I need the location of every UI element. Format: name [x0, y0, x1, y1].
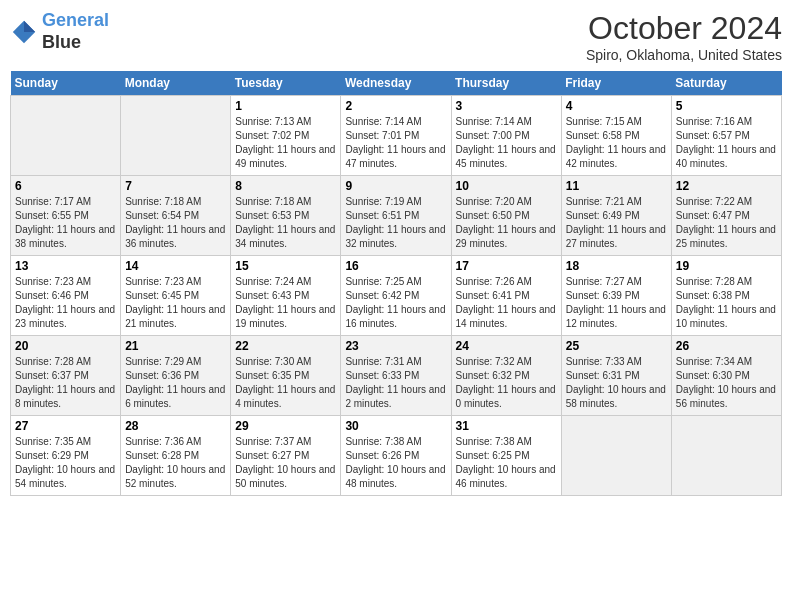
day-number: 6 [15, 179, 116, 193]
cell-info: Sunrise: 7:37 AM Sunset: 6:27 PM Dayligh… [235, 435, 336, 491]
day-number: 27 [15, 419, 116, 433]
weekday-header: Sunday [11, 71, 121, 96]
logo: General Blue [10, 10, 109, 53]
calendar-cell: 19Sunrise: 7:28 AM Sunset: 6:38 PM Dayli… [671, 256, 781, 336]
cell-info: Sunrise: 7:28 AM Sunset: 6:38 PM Dayligh… [676, 275, 777, 331]
cell-info: Sunrise: 7:23 AM Sunset: 6:46 PM Dayligh… [15, 275, 116, 331]
day-number: 12 [676, 179, 777, 193]
day-number: 20 [15, 339, 116, 353]
calendar-cell: 3Sunrise: 7:14 AM Sunset: 7:00 PM Daylig… [451, 96, 561, 176]
calendar-cell: 24Sunrise: 7:32 AM Sunset: 6:32 PM Dayli… [451, 336, 561, 416]
location: Spiro, Oklahoma, United States [586, 47, 782, 63]
weekday-header: Monday [121, 71, 231, 96]
calendar-cell: 21Sunrise: 7:29 AM Sunset: 6:36 PM Dayli… [121, 336, 231, 416]
cell-info: Sunrise: 7:25 AM Sunset: 6:42 PM Dayligh… [345, 275, 446, 331]
cell-info: Sunrise: 7:21 AM Sunset: 6:49 PM Dayligh… [566, 195, 667, 251]
logo-text: General Blue [42, 10, 109, 53]
day-number: 7 [125, 179, 226, 193]
calendar-cell: 18Sunrise: 7:27 AM Sunset: 6:39 PM Dayli… [561, 256, 671, 336]
calendar-week-row: 13Sunrise: 7:23 AM Sunset: 6:46 PM Dayli… [11, 256, 782, 336]
cell-info: Sunrise: 7:13 AM Sunset: 7:02 PM Dayligh… [235, 115, 336, 171]
day-number: 29 [235, 419, 336, 433]
weekday-header: Friday [561, 71, 671, 96]
calendar-cell [561, 416, 671, 496]
cell-info: Sunrise: 7:38 AM Sunset: 6:26 PM Dayligh… [345, 435, 446, 491]
cell-info: Sunrise: 7:20 AM Sunset: 6:50 PM Dayligh… [456, 195, 557, 251]
day-number: 25 [566, 339, 667, 353]
calendar-cell: 23Sunrise: 7:31 AM Sunset: 6:33 PM Dayli… [341, 336, 451, 416]
cell-info: Sunrise: 7:28 AM Sunset: 6:37 PM Dayligh… [15, 355, 116, 411]
day-number: 8 [235, 179, 336, 193]
calendar-cell: 16Sunrise: 7:25 AM Sunset: 6:42 PM Dayli… [341, 256, 451, 336]
cell-info: Sunrise: 7:27 AM Sunset: 6:39 PM Dayligh… [566, 275, 667, 331]
weekday-header: Saturday [671, 71, 781, 96]
calendar-cell: 8Sunrise: 7:18 AM Sunset: 6:53 PM Daylig… [231, 176, 341, 256]
calendar-cell: 31Sunrise: 7:38 AM Sunset: 6:25 PM Dayli… [451, 416, 561, 496]
calendar-cell: 17Sunrise: 7:26 AM Sunset: 6:41 PM Dayli… [451, 256, 561, 336]
day-number: 15 [235, 259, 336, 273]
cell-info: Sunrise: 7:14 AM Sunset: 7:01 PM Dayligh… [345, 115, 446, 171]
calendar-cell: 10Sunrise: 7:20 AM Sunset: 6:50 PM Dayli… [451, 176, 561, 256]
day-number: 23 [345, 339, 446, 353]
cell-info: Sunrise: 7:18 AM Sunset: 6:54 PM Dayligh… [125, 195, 226, 251]
cell-info: Sunrise: 7:36 AM Sunset: 6:28 PM Dayligh… [125, 435, 226, 491]
day-number: 1 [235, 99, 336, 113]
day-number: 18 [566, 259, 667, 273]
day-number: 16 [345, 259, 446, 273]
weekday-header: Thursday [451, 71, 561, 96]
day-number: 17 [456, 259, 557, 273]
day-number: 3 [456, 99, 557, 113]
calendar-cell: 11Sunrise: 7:21 AM Sunset: 6:49 PM Dayli… [561, 176, 671, 256]
day-number: 10 [456, 179, 557, 193]
cell-info: Sunrise: 7:32 AM Sunset: 6:32 PM Dayligh… [456, 355, 557, 411]
calendar-cell: 1Sunrise: 7:13 AM Sunset: 7:02 PM Daylig… [231, 96, 341, 176]
day-number: 22 [235, 339, 336, 353]
title-block: October 2024 Spiro, Oklahoma, United Sta… [586, 10, 782, 63]
day-number: 28 [125, 419, 226, 433]
calendar-cell [121, 96, 231, 176]
calendar-cell: 5Sunrise: 7:16 AM Sunset: 6:57 PM Daylig… [671, 96, 781, 176]
cell-info: Sunrise: 7:30 AM Sunset: 6:35 PM Dayligh… [235, 355, 336, 411]
calendar-cell: 27Sunrise: 7:35 AM Sunset: 6:29 PM Dayli… [11, 416, 121, 496]
cell-info: Sunrise: 7:22 AM Sunset: 6:47 PM Dayligh… [676, 195, 777, 251]
weekday-header: Wednesday [341, 71, 451, 96]
day-number: 24 [456, 339, 557, 353]
cell-info: Sunrise: 7:33 AM Sunset: 6:31 PM Dayligh… [566, 355, 667, 411]
logo-icon [10, 18, 38, 46]
calendar-cell: 28Sunrise: 7:36 AM Sunset: 6:28 PM Dayli… [121, 416, 231, 496]
day-number: 2 [345, 99, 446, 113]
cell-info: Sunrise: 7:23 AM Sunset: 6:45 PM Dayligh… [125, 275, 226, 331]
calendar-cell: 29Sunrise: 7:37 AM Sunset: 6:27 PM Dayli… [231, 416, 341, 496]
day-number: 21 [125, 339, 226, 353]
calendar-cell: 4Sunrise: 7:15 AM Sunset: 6:58 PM Daylig… [561, 96, 671, 176]
calendar-week-row: 27Sunrise: 7:35 AM Sunset: 6:29 PM Dayli… [11, 416, 782, 496]
day-number: 14 [125, 259, 226, 273]
calendar-cell: 22Sunrise: 7:30 AM Sunset: 6:35 PM Dayli… [231, 336, 341, 416]
calendar-cell: 13Sunrise: 7:23 AM Sunset: 6:46 PM Dayli… [11, 256, 121, 336]
day-number: 31 [456, 419, 557, 433]
calendar-cell: 20Sunrise: 7:28 AM Sunset: 6:37 PM Dayli… [11, 336, 121, 416]
calendar-week-row: 1Sunrise: 7:13 AM Sunset: 7:02 PM Daylig… [11, 96, 782, 176]
calendar-cell: 15Sunrise: 7:24 AM Sunset: 6:43 PM Dayli… [231, 256, 341, 336]
calendar-cell: 2Sunrise: 7:14 AM Sunset: 7:01 PM Daylig… [341, 96, 451, 176]
cell-info: Sunrise: 7:14 AM Sunset: 7:00 PM Dayligh… [456, 115, 557, 171]
calendar-cell: 7Sunrise: 7:18 AM Sunset: 6:54 PM Daylig… [121, 176, 231, 256]
calendar-cell: 6Sunrise: 7:17 AM Sunset: 6:55 PM Daylig… [11, 176, 121, 256]
month-title: October 2024 [586, 10, 782, 47]
day-number: 4 [566, 99, 667, 113]
calendar-cell: 26Sunrise: 7:34 AM Sunset: 6:30 PM Dayli… [671, 336, 781, 416]
day-number: 5 [676, 99, 777, 113]
svg-marker-1 [24, 20, 35, 31]
cell-info: Sunrise: 7:26 AM Sunset: 6:41 PM Dayligh… [456, 275, 557, 331]
cell-info: Sunrise: 7:15 AM Sunset: 6:58 PM Dayligh… [566, 115, 667, 171]
weekday-header-row: SundayMondayTuesdayWednesdayThursdayFrid… [11, 71, 782, 96]
cell-info: Sunrise: 7:17 AM Sunset: 6:55 PM Dayligh… [15, 195, 116, 251]
cell-info: Sunrise: 7:19 AM Sunset: 6:51 PM Dayligh… [345, 195, 446, 251]
cell-info: Sunrise: 7:38 AM Sunset: 6:25 PM Dayligh… [456, 435, 557, 491]
day-number: 13 [15, 259, 116, 273]
calendar-cell: 14Sunrise: 7:23 AM Sunset: 6:45 PM Dayli… [121, 256, 231, 336]
cell-info: Sunrise: 7:35 AM Sunset: 6:29 PM Dayligh… [15, 435, 116, 491]
cell-info: Sunrise: 7:16 AM Sunset: 6:57 PM Dayligh… [676, 115, 777, 171]
calendar-cell [671, 416, 781, 496]
cell-info: Sunrise: 7:24 AM Sunset: 6:43 PM Dayligh… [235, 275, 336, 331]
